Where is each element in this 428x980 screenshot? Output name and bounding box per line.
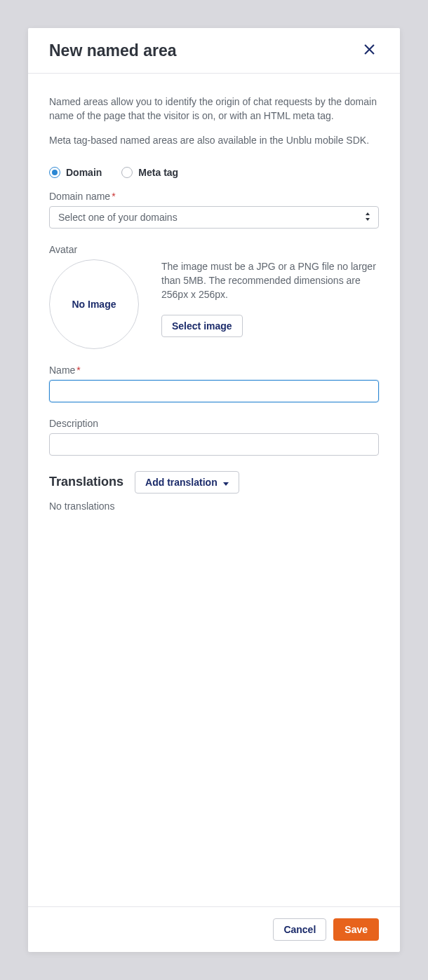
avatar-placeholder: No Image [49, 259, 139, 349]
avatar-info: The image must be a JPG or a PNG file no… [161, 259, 379, 349]
avatar-hint: The image must be a JPG or a PNG file no… [161, 259, 379, 302]
name-label-text: Name [49, 365, 75, 376]
type-radio-group: Domain Meta tag [49, 167, 379, 178]
avatar-no-image-text: No Image [72, 299, 116, 310]
no-translations-text: No translations [49, 501, 379, 512]
name-group: Name* [49, 365, 379, 402]
description-label: Description [49, 418, 379, 429]
caret-down-icon [223, 477, 229, 488]
radio-label-meta: Meta tag [138, 167, 178, 178]
new-named-area-modal: New named area Named areas allow you to … [28, 28, 400, 952]
domain-name-label-text: Domain name [49, 191, 110, 202]
domain-select[interactable]: Select one of your domains [49, 206, 379, 229]
modal-header: New named area [28, 28, 400, 74]
modal-body: Named areas allow you to identify the or… [28, 74, 400, 906]
name-input[interactable] [49, 380, 379, 402]
translations-header: Translations Add translation [49, 471, 379, 494]
required-marker: * [112, 191, 115, 202]
avatar-group: Avatar No Image The image must be a JPG … [49, 244, 379, 349]
radio-label-domain: Domain [66, 167, 102, 178]
close-icon [364, 44, 375, 57]
domain-select-wrap: Select one of your domains [49, 206, 379, 229]
radio-option-meta-tag[interactable]: Meta tag [121, 167, 178, 178]
intro-paragraph-2: Meta tag-based named areas are also avai… [49, 133, 379, 147]
radio-option-domain[interactable]: Domain [49, 167, 102, 178]
domain-name-group: Domain name* Select one of your domains [49, 191, 379, 229]
domain-name-label: Domain name* [49, 191, 379, 202]
add-translation-button[interactable]: Add translation [135, 471, 239, 494]
avatar-section: No Image The image must be a JPG or a PN… [49, 259, 379, 349]
intro-paragraph-1: Named areas allow you to identify the or… [49, 95, 379, 123]
select-image-button[interactable]: Select image [161, 315, 243, 337]
radio-icon [49, 167, 60, 178]
close-button[interactable] [359, 41, 379, 60]
avatar-label: Avatar [49, 244, 379, 255]
required-marker: * [76, 365, 80, 376]
modal-title: New named area [49, 41, 177, 60]
add-translation-label: Add translation [145, 477, 218, 488]
radio-icon [121, 167, 133, 178]
name-label: Name* [49, 365, 379, 376]
cancel-button[interactable]: Cancel [273, 918, 326, 941]
translations-title: Translations [49, 475, 123, 489]
modal-footer: Cancel Save [28, 906, 400, 952]
description-input[interactable] [49, 433, 379, 456]
description-group: Description [49, 418, 379, 456]
save-button[interactable]: Save [333, 918, 379, 941]
